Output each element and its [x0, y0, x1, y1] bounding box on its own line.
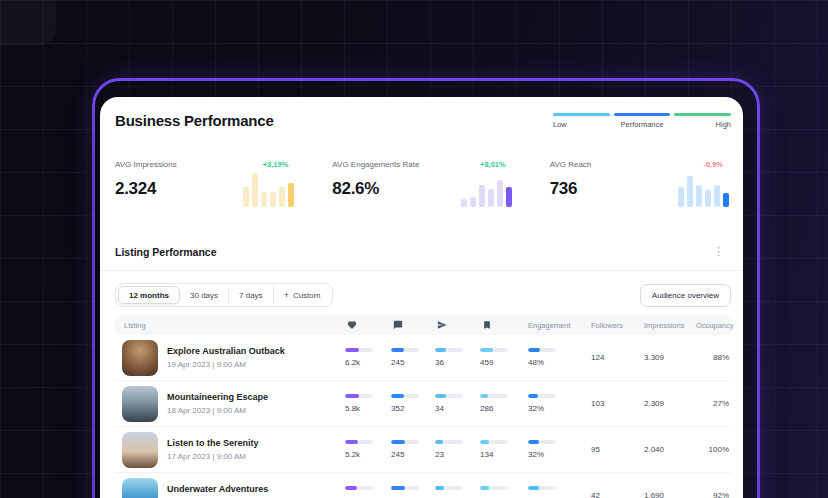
- kpi-label: AVG Impressions: [115, 160, 177, 169]
- metric-cell: 134: [480, 440, 528, 459]
- listing-cell: Listen to the Serenity 17 Apr 2023 | 9:0…: [115, 432, 345, 468]
- listing-date: 18 Apr 2023 | 9:00 AM: [167, 406, 268, 415]
- metric-bar: [528, 440, 556, 444]
- kpi-avg-impressions: AVG Impressions 2.324 +3,19%: [115, 160, 294, 207]
- metric-cell: 32%: [528, 394, 591, 413]
- table-row[interactable]: Mountaineering Escape 18 Apr 2023 | 9:00…: [115, 381, 731, 427]
- send-icon: [435, 320, 480, 330]
- metric-cell: 36: [435, 348, 480, 367]
- listing-cell: Explore Australian Outback 19 Apr 2023 |…: [115, 340, 345, 376]
- metric-bar: [391, 394, 419, 398]
- legend-label-high: High: [674, 120, 731, 129]
- kpi-delta: -0,9%: [703, 160, 729, 169]
- metric-value: 32%: [528, 450, 544, 459]
- metric-bar: [435, 440, 463, 444]
- metric-bar: [345, 486, 373, 490]
- table-row[interactable]: Underwater Adventures 14 Apr 2023 | 10:0…: [115, 473, 731, 498]
- legend-label-performance: Performance: [614, 120, 671, 129]
- listing-title: Mountaineering Escape: [167, 392, 268, 402]
- listing-thumbnail: [122, 478, 158, 498]
- legend-line-high: [674, 113, 731, 116]
- listing-thumbnail: [122, 386, 158, 422]
- metric-bar: [528, 486, 556, 490]
- metric-bar: [345, 394, 373, 398]
- metric-cell: 5.2k: [345, 440, 391, 459]
- metric-value: 134: [480, 450, 493, 459]
- kpi-delta: +8,01%: [480, 160, 512, 169]
- occupancy-value: 92%: [696, 491, 731, 498]
- audience-overview-button[interactable]: Audience overview: [640, 284, 731, 307]
- listing-cell: Mountaineering Escape 18 Apr 2023 | 9:00…: [115, 386, 345, 422]
- occupancy-value: 100%: [696, 445, 731, 454]
- metric-cell: 245: [391, 486, 435, 498]
- metric-cell: 286: [480, 394, 528, 413]
- listing-cell: Underwater Adventures 14 Apr 2023 | 10:0…: [115, 478, 345, 498]
- metric-value: 34: [435, 404, 444, 413]
- metric-bar: [480, 348, 508, 352]
- column-header-listing: Listing: [115, 321, 345, 330]
- dashboard-card: Business Performance Low Performance Hig…: [100, 97, 743, 498]
- metric-bar: [435, 486, 463, 490]
- metric-cell: 32%: [528, 440, 591, 459]
- metric-value: 23: [435, 450, 444, 459]
- kpi-value: 2.324: [115, 179, 177, 199]
- column-header-followers: Followers: [591, 321, 644, 330]
- listing-date: 17 Apr 2023 | 9:00 AM: [167, 452, 259, 461]
- legend-item-low: Low: [553, 113, 610, 129]
- more-options-icon[interactable]: ⋮: [709, 244, 728, 259]
- metric-bar: [345, 440, 373, 444]
- impressions-value: 2.040: [644, 445, 696, 454]
- metric-cell: 23: [435, 486, 480, 498]
- metric-value: 245: [391, 450, 404, 459]
- table-row[interactable]: Listen to the Serenity 17 Apr 2023 | 9:0…: [115, 427, 731, 473]
- tab-7-days[interactable]: 7 days: [228, 286, 273, 304]
- listing-section-header: Listing Performance ⋮: [115, 244, 731, 259]
- metric-value: 5.2k: [345, 450, 360, 459]
- reach-mini-bar-chart: [678, 173, 729, 207]
- section-divider: [100, 270, 743, 271]
- listing-title: Underwater Adventures: [167, 484, 268, 494]
- kpi-label: AVG Engagements Rate: [332, 160, 419, 169]
- kpi-value: 82.6%: [332, 179, 419, 199]
- metric-bar: [528, 348, 556, 352]
- metric-cell: 352: [391, 394, 435, 413]
- kpi-label: AVG Reach: [550, 160, 592, 169]
- metric-bar: [391, 486, 419, 490]
- listing-title: Explore Australian Outback: [167, 346, 285, 356]
- metric-bar: [480, 440, 508, 444]
- legend-item-high: High: [674, 113, 731, 129]
- metric-cell: 6.2k: [345, 348, 391, 367]
- occupancy-value: 88%: [696, 353, 731, 362]
- comment-icon: [391, 320, 435, 330]
- impressions-mini-bar-chart: [243, 173, 294, 207]
- occupancy-value: 27%: [696, 399, 731, 408]
- metric-value: 6.2k: [345, 358, 360, 367]
- background-corner-tile: [0, 0, 56, 46]
- listing-thumbnail: [122, 340, 158, 376]
- tab-12-months[interactable]: 12 months: [118, 286, 180, 304]
- section-title: Listing Performance: [115, 246, 217, 258]
- table-header: Listing Engagement Followers Impressions…: [115, 315, 731, 335]
- metric-cell: 4.7k: [345, 486, 391, 498]
- tab-30-days[interactable]: 30 days: [180, 286, 228, 304]
- listing-date: 19 Apr 2023 | 9:00 AM: [167, 360, 285, 369]
- engagements-mini-bar-chart: [461, 173, 512, 207]
- metric-bar: [528, 394, 556, 398]
- legend-line-performance: [614, 113, 671, 116]
- listing-toolbar: 12 months 30 days 7 days + Custom Audien…: [115, 283, 731, 307]
- date-range-tabs: 12 months 30 days 7 days + Custom: [115, 283, 333, 307]
- followers-value: 95: [591, 445, 644, 454]
- tab-custom-label: Custom: [293, 291, 321, 300]
- metric-bar: [391, 348, 419, 352]
- table-row[interactable]: Explore Australian Outback 19 Apr 2023 |…: [115, 335, 731, 381]
- metric-value: 286: [480, 404, 493, 413]
- metric-value: 5.8k: [345, 404, 360, 413]
- metric-cell: 23: [435, 440, 480, 459]
- metric-bar: [480, 394, 508, 398]
- metric-cell: 459: [480, 348, 528, 367]
- listing-thumbnail: [122, 432, 158, 468]
- bookmark-icon: [480, 320, 528, 330]
- column-header-engagement: Engagement: [528, 321, 591, 330]
- tab-custom[interactable]: + Custom: [273, 286, 331, 304]
- metric-cell: 5.8k: [345, 394, 391, 413]
